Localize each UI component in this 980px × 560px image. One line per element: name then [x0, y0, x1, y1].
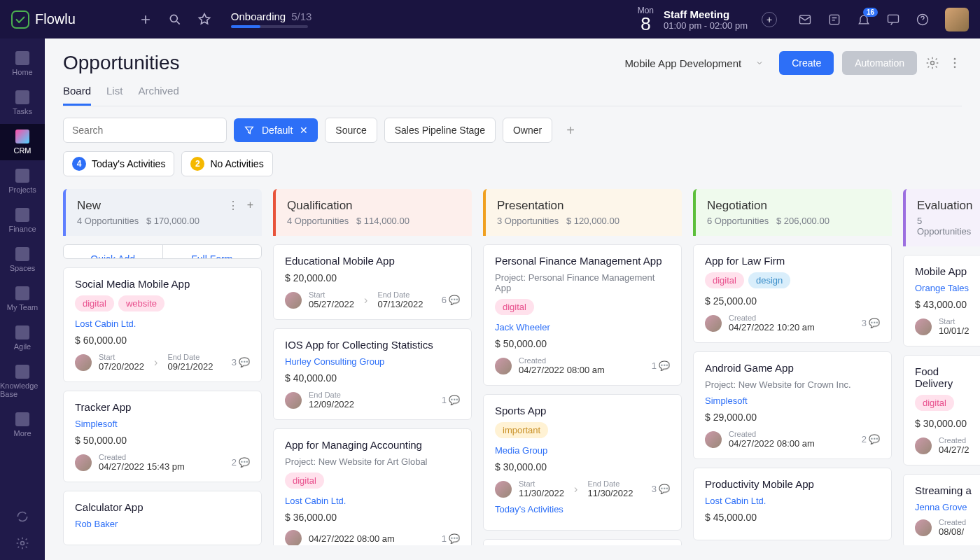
onboarding-progress	[231, 25, 308, 28]
svg-point-7	[954, 58, 956, 60]
main-area: Opportunities Mobile App Development Cre…	[45, 38, 980, 560]
tab-board[interactable]: Board	[63, 85, 91, 106]
column-menu-icon[interactable]: ⋮	[227, 199, 239, 212]
gear-icon[interactable]	[925, 56, 939, 70]
svg-point-8	[954, 62, 956, 64]
create-button[interactable]: Create	[779, 51, 834, 75]
avatar	[75, 454, 92, 471]
svg-point-0	[170, 15, 177, 22]
card[interactable]: IOS App for Collecting Statistics Hurley…	[273, 328, 472, 420]
pin-icon[interactable]	[197, 13, 211, 27]
onboarding-widget[interactable]: Onboarding 5/13	[231, 10, 312, 28]
tab-archived[interactable]: Archived	[138, 85, 178, 106]
sidebar: Home Tasks CRM Projects Finance Spaces M…	[0, 38, 45, 560]
filter-owner[interactable]: Owner	[503, 118, 552, 143]
filter-source[interactable]: Source	[325, 118, 377, 143]
sidebar-item-projects[interactable]: Projects	[0, 163, 45, 200]
sidebar-item-crm[interactable]: CRM	[0, 124, 45, 160]
sidebar-item-spaces[interactable]: Spaces	[0, 241, 45, 278]
help-icon[interactable]	[916, 13, 930, 27]
sidebar-item-tasks[interactable]: Tasks	[0, 85, 45, 121]
column-evaluation: Evaluation5 Opportunities Mobile App Ora…	[903, 189, 980, 545]
filter-icon	[244, 125, 255, 136]
filter-stage[interactable]: Sales Pipeline Stage	[384, 118, 496, 143]
card[interactable]: Educational Mobile App $ 20,000.00 Start…	[273, 244, 472, 320]
tab-list[interactable]: List	[106, 85, 122, 106]
svg-point-5	[21, 542, 24, 545]
sidebar-item-myteam[interactable]: My Team	[0, 281, 45, 317]
note-icon[interactable]	[827, 13, 841, 27]
card[interactable]: Travel Mobile App	[483, 539, 682, 545]
sidebar-item-agile[interactable]: Agile	[0, 320, 45, 356]
column-new: New 4 Opportunities $ 170,000.00 ⋮+ Quic…	[63, 189, 262, 545]
kanban-board: New 4 Opportunities $ 170,000.00 ⋮+ Quic…	[45, 176, 980, 558]
pill-no-activities[interactable]: 2 No Activities	[181, 151, 272, 176]
card[interactable]: Android Game App Project: New Website fo…	[693, 351, 892, 459]
card[interactable]: App for Law Firm digitaldesign $ 25,000.…	[693, 244, 892, 343]
sidebar-item-finance[interactable]: Finance	[0, 202, 45, 239]
topbar: Flowlu Onboarding 5/13 Mon 8 Staff Meeti…	[0, 0, 980, 38]
quick-add-button[interactable]: Quick Add	[64, 245, 163, 259]
add-event-icon[interactable]: +	[762, 12, 777, 27]
filter-default[interactable]: Default ✕	[234, 118, 318, 142]
card[interactable]: Mobile App Orange Tales $ 43,000.00 Star…	[903, 255, 980, 346]
full-form-button[interactable]: Full Form	[163, 245, 262, 259]
sidebar-item-home[interactable]: Home	[0, 46, 45, 82]
column-presentation: Presentation3 Opportunities $ 120,000.00…	[483, 189, 682, 545]
notifications-icon[interactable]: 16	[857, 13, 871, 27]
sidebar-item-more[interactable]: More	[0, 407, 45, 443]
column-qualification: Qualification4 Opportunities $ 114,000.0…	[273, 189, 472, 545]
more-icon[interactable]	[948, 56, 962, 70]
svg-point-9	[954, 66, 956, 69]
column-add-icon[interactable]: +	[247, 199, 253, 212]
settings-icon[interactable]	[15, 536, 29, 550]
close-icon[interactable]: ✕	[300, 125, 308, 136]
page-title: Opportunities	[63, 52, 180, 74]
mail-icon[interactable]	[798, 13, 812, 27]
search-icon[interactable]	[168, 13, 182, 27]
logo[interactable]: Flowlu	[11, 10, 76, 29]
svg-rect-2	[830, 15, 839, 24]
add-filter-icon[interactable]: +	[559, 119, 582, 141]
plus-icon[interactable]	[139, 13, 153, 27]
search-input[interactable]	[63, 118, 227, 143]
quick-add-row: Quick Add Full Form	[63, 244, 262, 259]
chat-icon[interactable]	[886, 13, 900, 27]
card[interactable]: Streaming a Jenna Grove Created08/08/	[903, 474, 980, 545]
user-avatar[interactable]	[945, 8, 969, 31]
avatar	[75, 354, 92, 371]
refresh-icon[interactable]	[15, 510, 29, 524]
automation-button[interactable]: Automation	[842, 51, 917, 75]
chevron-down-icon	[755, 59, 764, 67]
card[interactable]: Food Delivery digital $ 30,000.00 Create…	[903, 355, 980, 465]
next-event[interactable]: Mon 8 Staff Meeting 01:00 pm - 02:00 pm …	[638, 6, 777, 33]
sidebar-item-kb[interactable]: Knowledge Base	[0, 359, 45, 404]
svg-rect-3	[888, 15, 899, 22]
notification-badge: 16	[863, 8, 878, 17]
card[interactable]: Sports App important Media Group $ 30,00…	[483, 394, 682, 531]
view-tabs: Board List Archived	[63, 85, 962, 106]
card[interactable]: Calculator App Rob Baker	[63, 491, 262, 545]
pill-today-activities[interactable]: 4 Today's Activities	[63, 151, 174, 176]
svg-rect-1	[800, 15, 811, 24]
svg-point-6	[931, 62, 934, 65]
column-negotiation: Negotiation6 Opportunities $ 206,000.00 …	[693, 189, 892, 545]
logo-mark-icon	[11, 10, 29, 29]
pipeline-select[interactable]: Mobile App Development	[617, 53, 771, 74]
card[interactable]: Personal Finance Management App Project:…	[483, 244, 682, 386]
card[interactable]: Social Media Mobile App digitalwebsite L…	[63, 267, 262, 382]
card[interactable]: Tracker App Simplesoft $ 50,000.00 Creat…	[63, 391, 262, 482]
card[interactable]: App for Managing Accounting Project: New…	[273, 428, 472, 545]
card[interactable]: Productivity Mobile App Lost Cabin Ltd. …	[693, 468, 892, 540]
